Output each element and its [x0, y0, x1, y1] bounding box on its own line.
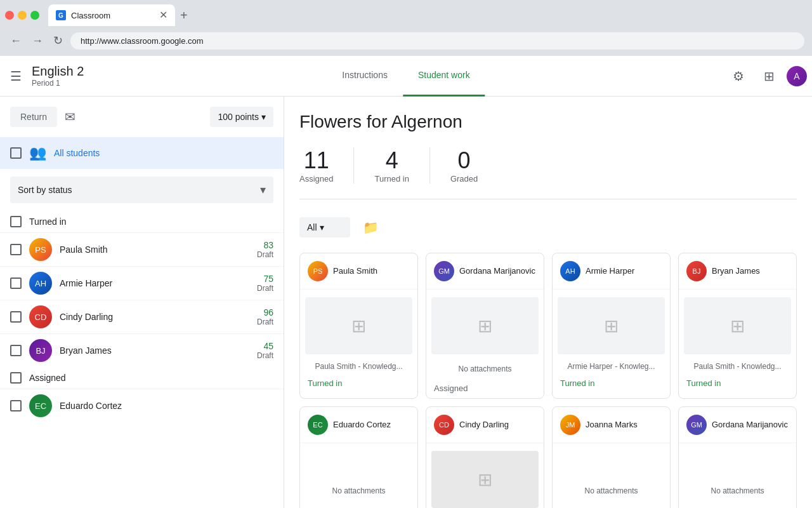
- attachment-label: Paula Smith - Knowledg...: [679, 359, 796, 373]
- student-checkbox[interactable]: [10, 345, 22, 356]
- sort-dropdown-arrow: ▾: [260, 183, 266, 197]
- card-student-name: Paula Smith: [333, 266, 377, 277]
- avatar: EC: [29, 394, 52, 417]
- student-checkbox[interactable]: [10, 400, 22, 411]
- menu-icon[interactable]: ☰: [5, 64, 27, 89]
- student-checkbox[interactable]: [10, 277, 22, 289]
- tab-instructions[interactable]: Instructions: [327, 56, 403, 97]
- active-tab[interactable]: G Classroom ✕: [48, 4, 175, 26]
- graded-count: 0: [450, 147, 478, 174]
- stats-row: 11 Assigned 4 Turned in 0 Graded: [299, 147, 797, 199]
- return-button[interactable]: Return: [10, 107, 57, 127]
- list-item[interactable]: PS Paula Smith 83 Draft: [0, 232, 284, 266]
- student-card[interactable]: GM Gordana Marijanovic ⊞ No attachments …: [426, 253, 544, 399]
- card-avatar: GM: [686, 415, 707, 435]
- card-student-name: Gordana Marijanovic: [712, 420, 788, 431]
- student-name: Armie Harper: [60, 278, 249, 288]
- left-toolbar: Return ✉ 100 points ▾: [0, 97, 284, 137]
- list-item[interactable]: BJ Bryan James 45 Draft: [0, 333, 284, 367]
- minimize-window-btn[interactable]: [18, 11, 27, 20]
- sort-dropdown[interactable]: Sort by status ▾: [10, 177, 273, 203]
- turned-in-count: 4: [374, 147, 409, 174]
- apps-button[interactable]: ⊞: [756, 64, 782, 89]
- attachment-label: No attachments: [300, 481, 417, 500]
- student-card[interactable]: AH Armie Harper ⊞ Armie Harper - Knowleg…: [552, 253, 671, 399]
- student-checkbox[interactable]: [10, 244, 22, 255]
- header-tabs: Instructions Student work: [327, 56, 485, 97]
- card-status: Turned in: [553, 373, 670, 393]
- list-item[interactable]: EC Eduardo Cortez: [0, 389, 284, 422]
- student-card[interactable]: JM Joanna Marks No attachments: [552, 406, 671, 508]
- all-students-checkbox[interactable]: [10, 147, 22, 159]
- cards-grid: PS Paula Smith ⊞ Paula Smith - Knowledg.…: [299, 253, 797, 508]
- card-avatar: AH: [560, 261, 580, 281]
- tab-title: Classroom: [71, 11, 154, 20]
- student-card[interactable]: GM Gordana Marijanovic No attachments: [678, 406, 797, 508]
- card-content: No attachments: [553, 443, 670, 500]
- student-card[interactable]: PS Paula Smith ⊞ Paula Smith - Knowledg.…: [299, 253, 418, 399]
- attachment-label: No attachments: [679, 481, 796, 500]
- card-content: ⊞ Armie Harper - Knowleg... Turned in: [553, 290, 670, 393]
- card-header: GM Gordana Marijanovic: [679, 407, 796, 443]
- card-header: AH Armie Harper: [553, 253, 670, 290]
- attachment-thumbnail: ⊞: [305, 297, 412, 354]
- filter-row: All ▾ 📁: [299, 215, 797, 240]
- assigned-label: Assigned: [299, 174, 333, 184]
- app-header: ☰ English 2 Period 1 Instructions Studen…: [0, 56, 812, 97]
- header-actions: ⚙ ⊞ A: [726, 64, 807, 89]
- points-selector[interactable]: 100 points ▾: [210, 107, 273, 127]
- right-panel: Flowers for Algernon 11 Assigned 4 Turne…: [284, 97, 812, 508]
- turned-in-label: Turned in: [29, 217, 67, 227]
- mail-icon[interactable]: ✉: [65, 109, 75, 124]
- assigned-label: Assigned: [29, 373, 66, 383]
- list-item[interactable]: AH Armie Harper 75 Draft: [0, 266, 284, 300]
- assigned-checkbox[interactable]: [10, 372, 22, 384]
- settings-button[interactable]: ⚙: [726, 64, 751, 89]
- all-students-row[interactable]: 👥 All students: [0, 137, 284, 169]
- tab-student-work[interactable]: Student work: [403, 56, 485, 97]
- avatar: AH: [29, 272, 52, 295]
- card-student-name: Gordana Marijanovic: [459, 266, 535, 277]
- all-students-label: All students: [54, 148, 100, 158]
- student-checkbox[interactable]: [10, 311, 22, 323]
- turned-in-checkbox[interactable]: [10, 216, 22, 227]
- assigned-count: 11: [299, 147, 333, 174]
- student-card[interactable]: BJ Bryan James ⊞ Paula Smith - Knowledg.…: [678, 253, 797, 399]
- list-item[interactable]: CD Cindy Darling 96 Draft: [0, 300, 284, 333]
- card-student-name: Bryan James: [712, 266, 760, 277]
- card-avatar: EC: [308, 415, 328, 435]
- attachment-thumbnail: ⊞: [431, 297, 539, 354]
- turned-in-stat-label: Turned in: [374, 174, 409, 184]
- user-avatar[interactable]: A: [787, 66, 807, 86]
- class-info: English 2 Period 1: [32, 64, 84, 88]
- card-avatar: PS: [308, 261, 328, 281]
- student-card[interactable]: EC Eduardo Cortez No attachments: [299, 406, 418, 508]
- class-period: Period 1: [32, 79, 84, 88]
- avatar-image: A: [787, 66, 807, 86]
- card-student-name: Eduardo Cortez: [333, 420, 391, 431]
- no-attachment-spacer: [300, 446, 417, 481]
- back-button[interactable]: ←: [8, 32, 24, 50]
- filter-dropdown[interactable]: All ▾: [299, 217, 350, 237]
- maximize-window-btn[interactable]: [30, 11, 39, 20]
- address-bar[interactable]: [70, 32, 804, 50]
- card-avatar: JM: [560, 415, 580, 435]
- left-panel: Return ✉ 100 points ▾ 👥 All students Sor…: [0, 97, 284, 508]
- forward-button[interactable]: →: [29, 32, 46, 50]
- attachment-thumbnail: ⊞: [431, 451, 539, 508]
- window-controls: [5, 11, 39, 20]
- close-window-btn[interactable]: [5, 11, 14, 20]
- filter-arrow-icon: ▾: [320, 222, 324, 232]
- filter-value: All: [307, 222, 317, 232]
- card-student-name: Armie Harper: [586, 266, 634, 277]
- points-label: 100 points: [218, 112, 259, 122]
- student-card[interactable]: CD Cindy Darling ⊞ Cindy Darling - Knowl…: [426, 406, 544, 508]
- tab-close-btn[interactable]: ✕: [159, 10, 167, 20]
- student-name: Paula Smith: [60, 244, 249, 255]
- student-name: Bryan James: [60, 345, 249, 356]
- reload-button[interactable]: ↻: [51, 31, 65, 50]
- card-student-name: Cindy Darling: [459, 420, 509, 431]
- folder-icon[interactable]: 📁: [358, 215, 384, 240]
- new-tab-button[interactable]: +: [178, 6, 190, 25]
- students-group-icon: 👥: [29, 145, 46, 161]
